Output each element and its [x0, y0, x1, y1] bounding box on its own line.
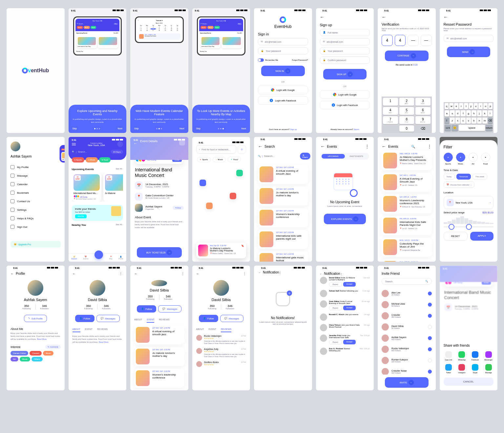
search-input[interactable]: Search🔍 — [382, 278, 432, 285]
keyboard-key[interactable]: a — [445, 110, 450, 117]
notifications-icon[interactable] — [117, 141, 123, 147]
category-chip[interactable]: ● Sports — [197, 157, 211, 162]
search-icon[interactable]: 🔍 — [411, 145, 415, 148]
more-icon[interactable]: ⋮ — [181, 272, 184, 275]
event-item[interactable]: Sun, Apr 25 · 10:15 AMInternational Gala… — [382, 259, 432, 262]
drawer-item[interactable]: My Profile — [10, 163, 61, 171]
code-digit[interactable]: — — [408, 35, 419, 46]
next-button[interactable]: Next — [242, 127, 246, 130]
cancel-button[interactable]: CANCEL — [444, 378, 494, 386]
search-input[interactable] — [264, 155, 299, 158]
skip-button[interactable]: Skip — [196, 127, 201, 130]
menu-icon[interactable] — [72, 143, 76, 145]
event-item[interactable]: 1ST MAY- SAT -2:00 PMJo malone london's … — [258, 186, 308, 206]
event-item[interactable]: 1ST MAY- SAT -2:00 PMA virtual evening o… — [258, 165, 308, 184]
buy-ticket-button[interactable]: BUY TICKET $120→ — [137, 247, 182, 258]
password-input[interactable]: 🔒Your password — [258, 47, 308, 54]
check-icon[interactable] — [428, 370, 432, 374]
add-button[interactable] — [94, 250, 103, 259]
keyboard-key[interactable]: z — [450, 118, 455, 124]
keypad-key[interactable] — [383, 125, 398, 132]
back-button[interactable]: ← — [10, 272, 14, 275]
friend-item[interactable]: Rocks Velkeinjen893 Follwers — [382, 344, 432, 355]
reject-button[interactable]: Reject — [329, 340, 342, 344]
tab-map[interactable]: 📍Map — [109, 256, 113, 260]
invite-banner[interactable]: Invite your friendsGet $20 for ticketINV… — [72, 205, 123, 221]
facebook-login[interactable]: fLogin with Facebook — [258, 96, 308, 105]
keyboard-key[interactable]: j — [477, 110, 482, 117]
share-option[interactable]: Skype — [470, 364, 480, 374]
see-all-link[interactable]: See All › — [116, 168, 123, 171]
reject-button[interactable]: Reject — [329, 282, 342, 287]
next-button[interactable]: Next — [118, 127, 122, 130]
tab-reviews[interactable]: REVIEWS — [97, 328, 108, 332]
tab-profile[interactable]: 👤Profile — [118, 256, 123, 260]
send-button[interactable]: SEND→ — [447, 47, 491, 57]
follow-button[interactable]: 👤 Follow — [75, 315, 94, 322]
locate-icon[interactable]: ◎ — [238, 145, 246, 154]
filter-category[interactable]: ●Art — [469, 153, 478, 165]
keyboard-key[interactable]: m — [482, 118, 487, 124]
check-icon[interactable] — [428, 325, 432, 329]
check-icon[interactable] — [428, 358, 432, 362]
keypad-key[interactable]: 2ABC — [399, 98, 414, 106]
friend-item[interactable]: David Silbia5k Follwers — [382, 321, 432, 333]
continue-button[interactable]: CONTINUE→ — [385, 51, 429, 61]
tab-upcoming[interactable]: UPCOMING — [322, 154, 345, 159]
keypad-key[interactable]: 3DEF — [415, 98, 430, 106]
google-login[interactable]: Login with Google — [320, 90, 370, 99]
event-item[interactable]: 1ST MAY- SAT -2:00 PMA virtual evening o… — [134, 325, 184, 344]
check-icon[interactable] — [428, 336, 432, 340]
accept-button[interactable]: Accept — [343, 306, 356, 310]
signin-button[interactable]: SIGN IN→ — [261, 66, 305, 76]
accept-button[interactable]: Accept — [343, 282, 356, 287]
filter-category[interactable]: ●Food — [481, 153, 490, 165]
chip-tomorrow[interactable]: Tomorrow — [456, 174, 471, 180]
filter-category[interactable]: ●Fo — [494, 153, 494, 165]
back-button[interactable]: ← — [73, 272, 76, 275]
name-input[interactable]: 👤Full name — [320, 29, 370, 36]
more-icon[interactable]: ⋮ — [428, 144, 431, 149]
keypad-key[interactable]: 6MNO — [415, 107, 430, 115]
event-item[interactable]: 1ST MAY- SAT -2:00 PMInternational kids … — [258, 230, 308, 249]
share-option[interactable]: Twitter — [444, 364, 454, 374]
email-input[interactable]: ✉abc@email.com — [444, 35, 494, 42]
chip-week[interactable]: This week — [472, 174, 487, 180]
check-icon[interactable] — [428, 347, 432, 351]
accept-button[interactable]: Accept — [343, 340, 356, 344]
event-item[interactable]: Sat, May 1 · 2:00 PMA Virtual Evening of… — [382, 173, 432, 192]
event-item[interactable]: Wed, Apr 28 · 5:30 PMJo Malone London's … — [382, 151, 432, 170]
next-button[interactable]: Next — [179, 127, 184, 130]
reset-button[interactable]: RESET — [444, 232, 468, 241]
forgot-link[interactable]: Forgot Password? — [292, 59, 308, 61]
keyboard-key[interactable]: s — [450, 110, 455, 117]
back-button[interactable]: ← — [444, 13, 494, 21]
keyboard-key[interactable]: o — [483, 103, 488, 109]
map-pin[interactable] — [236, 170, 243, 176]
map-pin[interactable] — [230, 193, 236, 199]
keyboard-space[interactable]: space — [459, 125, 485, 131]
back-button[interactable]: ← — [321, 144, 325, 149]
search-input[interactable]: ‹Find for food or restaurant... — [196, 145, 237, 154]
event-item[interactable]: Mon, Jun 21 · 10:00 PMCollectivity Plays… — [382, 238, 432, 257]
check-icon[interactable] — [428, 292, 432, 295]
remember-toggle[interactable] — [258, 58, 264, 62]
email-input[interactable]: ✉abc@email.com — [258, 38, 308, 45]
keyboard-key[interactable]: w — [449, 103, 453, 109]
drawer-item[interactable]: Contact Us — [10, 197, 61, 206]
keyboard-key[interactable]: f — [461, 110, 466, 117]
keypad-key[interactable]: 4GHI — [383, 107, 398, 115]
skip-button[interactable]: Skip — [73, 127, 77, 130]
bookmark-icon[interactable] — [179, 140, 185, 145]
tab-past[interactable]: PAST EVENTS — [345, 154, 368, 159]
more-icon[interactable]: ⋮ — [365, 144, 369, 149]
invite-button[interactable]: INVITE→ — [385, 377, 429, 388]
back-button[interactable]: ← — [320, 273, 322, 275]
drawer-item[interactable]: Calender — [10, 180, 61, 188]
check-icon[interactable] — [428, 314, 432, 318]
share-option[interactable]: Copy Link — [444, 351, 454, 361]
tab-explore[interactable]: 🧭Explore — [72, 256, 77, 260]
back-button[interactable]: ← — [258, 144, 262, 149]
back-button[interactable]: ← — [382, 13, 432, 21]
apply-button[interactable]: APPLY — [470, 232, 494, 241]
